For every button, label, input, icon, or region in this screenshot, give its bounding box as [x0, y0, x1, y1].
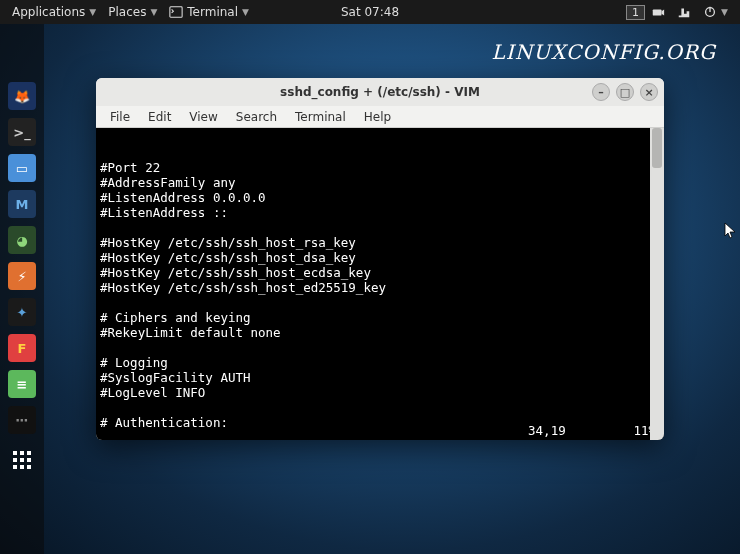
chevron-down-icon: ▼	[242, 7, 249, 17]
workspace-indicator[interactable]: 1	[626, 5, 645, 20]
editor-line: # Ciphers and keying	[100, 310, 660, 325]
launcher-files[interactable]: ▭	[8, 154, 36, 182]
editor-line: #Port 22	[100, 160, 660, 175]
editor-line: #AddressFamily any	[100, 175, 660, 190]
launcher-metasploit[interactable]: M	[8, 190, 36, 218]
terminal-label: Terminal	[187, 5, 238, 19]
launcher-firefox[interactable]: 🦊	[8, 82, 36, 110]
menu-file[interactable]: File	[102, 108, 138, 126]
applications-label: Applications	[12, 5, 85, 19]
svg-rect-0	[170, 7, 182, 18]
launcher-faraday[interactable]: F	[8, 334, 36, 362]
top-panel: Applications ▼ Places ▼ Terminal ▼ Sat 0…	[0, 0, 740, 24]
clock[interactable]: Sat 07:48	[335, 5, 405, 19]
terminal-window: sshd_config + (/etc/ssh) - VIM – □ × Fil…	[96, 78, 664, 440]
places-menu[interactable]: Places ▼	[102, 5, 163, 19]
terminal-menu[interactable]: Terminal ▼	[163, 5, 255, 19]
scrollbar-thumb[interactable]	[652, 128, 662, 168]
svg-rect-1	[653, 9, 662, 15]
minimize-button[interactable]: –	[592, 83, 610, 101]
window-menubar: FileEditViewSearchTerminalHelp	[96, 106, 664, 128]
menu-terminal[interactable]: Terminal	[287, 108, 354, 126]
chevron-down-icon: ▼	[89, 7, 96, 17]
network-icon[interactable]	[671, 5, 697, 19]
power-icon[interactable]: ▼	[697, 5, 734, 19]
launcher-app[interactable]: ≡	[8, 370, 36, 398]
launcher-burp[interactable]: ⚡	[8, 262, 36, 290]
watermark: LINUXCONFIG.ORG	[492, 40, 716, 64]
menu-view[interactable]: View	[181, 108, 225, 126]
editor-line: #HostKey /etc/ssh/ssh_host_ecdsa_key	[100, 265, 660, 280]
editor-line: #HostKey /etc/ssh/ssh_host_ed25519_key	[100, 280, 660, 295]
editor-line	[100, 340, 660, 355]
terminal-content[interactable]: #Port 22#AddressFamily any#ListenAddress…	[96, 128, 664, 440]
chevron-down-icon: ▼	[721, 7, 728, 17]
show-apps-button[interactable]	[8, 446, 36, 474]
editor-line: #ListenAddress ::	[100, 205, 660, 220]
editor-line: # Logging	[100, 355, 660, 370]
menu-search[interactable]: Search	[228, 108, 285, 126]
editor-line	[100, 220, 660, 235]
editor-line	[100, 400, 660, 415]
editor-line: #HostKey /etc/ssh/ssh_host_rsa_key	[100, 235, 660, 250]
mouse-pointer-icon	[724, 222, 738, 244]
grid-icon	[13, 451, 31, 469]
applications-menu[interactable]: Applications ▼	[6, 5, 102, 19]
launcher-terminal[interactable]: >_	[8, 118, 36, 146]
close-button[interactable]: ×	[640, 83, 658, 101]
editor-line: #LogLevel INFO	[100, 385, 660, 400]
terminal-icon	[169, 5, 183, 19]
launcher-more[interactable]: ⋯	[8, 406, 36, 434]
camera-icon[interactable]	[645, 5, 671, 19]
editor-line: #SyslogFacility AUTH	[100, 370, 660, 385]
editor-line: #ListenAddress 0.0.0.0	[100, 190, 660, 205]
places-label: Places	[108, 5, 146, 19]
editor-line	[100, 295, 660, 310]
window-titlebar[interactable]: sshd_config + (/etc/ssh) - VIM – □ ×	[96, 78, 664, 106]
launcher-recon[interactable]: ◕	[8, 226, 36, 254]
window-title: sshd_config + (/etc/ssh) - VIM	[280, 85, 480, 99]
menu-help[interactable]: Help	[356, 108, 399, 126]
chevron-down-icon: ▼	[150, 7, 157, 17]
editor-line: #RekeyLimit default none	[100, 325, 660, 340]
menu-edit[interactable]: Edit	[140, 108, 179, 126]
scrollbar[interactable]	[650, 128, 664, 440]
vim-status: 34,19 11%	[528, 423, 656, 438]
launcher-tool[interactable]: ✦	[8, 298, 36, 326]
dock: 🦊>_▭M◕⚡✦F≡⋯	[0, 24, 44, 554]
maximize-button[interactable]: □	[616, 83, 634, 101]
editor-line: #HostKey /etc/ssh/ssh_host_dsa_key	[100, 250, 660, 265]
